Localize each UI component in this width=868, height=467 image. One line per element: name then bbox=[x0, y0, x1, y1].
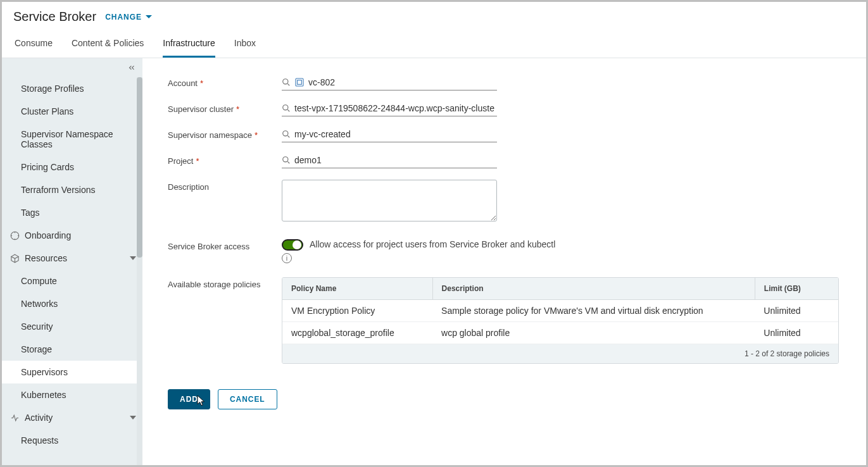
tab-infrastructure[interactable]: Infrastructure bbox=[163, 32, 215, 58]
sidebar-item-compute[interactable]: Compute bbox=[2, 270, 142, 292]
sidebar-item-storage-profiles[interactable]: Storage Profiles bbox=[2, 77, 142, 100]
table-header-description[interactable]: Description bbox=[432, 278, 755, 300]
sidebar-item-security[interactable]: Security bbox=[2, 315, 142, 338]
svg-point-4 bbox=[283, 105, 288, 110]
sidebar-item-storage[interactable]: Storage bbox=[2, 338, 142, 361]
sidebar-section-resources[interactable]: Resources bbox=[2, 247, 142, 270]
namespace-label: Supervisor namespace* bbox=[168, 128, 282, 142]
cell-limit: Unlimited bbox=[755, 300, 838, 322]
sidebar-item-kubernetes[interactable]: Kubernetes bbox=[2, 383, 142, 406]
sidebar-collapse-button[interactable] bbox=[2, 58, 142, 77]
namespace-input[interactable] bbox=[294, 129, 497, 139]
sidebar-item-cluster-plans[interactable]: Cluster Plans bbox=[2, 100, 142, 123]
account-input[interactable] bbox=[308, 77, 497, 87]
svg-rect-2 bbox=[296, 78, 303, 86]
svg-rect-3 bbox=[298, 80, 302, 85]
namespace-lookup[interactable] bbox=[282, 128, 497, 142]
cluster-input[interactable] bbox=[294, 103, 497, 113]
project-input[interactable] bbox=[294, 155, 497, 165]
cell-desc: Sample storage policy for VMware's VM an… bbox=[432, 300, 755, 322]
sidebar-item-terraform-versions[interactable]: Terraform Versions bbox=[2, 178, 142, 201]
sidebar-section-activity[interactable]: Activity bbox=[2, 406, 142, 429]
table-row[interactable]: wcpglobal_storage_profilewcp global prof… bbox=[282, 322, 838, 344]
table-footer: 1 - 2 of 2 storage policies bbox=[282, 344, 838, 363]
sidebar-section-label: Onboarding bbox=[25, 230, 71, 240]
double-chevron-left-icon bbox=[127, 63, 136, 72]
tab-consume[interactable]: Consume bbox=[15, 32, 53, 58]
project-lookup[interactable] bbox=[282, 154, 497, 168]
cell-limit: Unlimited bbox=[755, 322, 838, 344]
sidebar-item-supervisor-namespace-classes[interactable]: Supervisor Namespace Classes bbox=[2, 123, 142, 156]
account-label: Account* bbox=[168, 76, 282, 90]
info-icon[interactable]: i bbox=[282, 253, 292, 263]
change-label: CHANGE bbox=[105, 13, 142, 22]
search-icon bbox=[282, 130, 291, 139]
search-icon bbox=[282, 78, 291, 87]
sidebar-item-supervisors[interactable]: Supervisors bbox=[2, 361, 142, 383]
cell-desc: wcp global profile bbox=[432, 322, 755, 344]
tab-inbox[interactable]: Inbox bbox=[234, 32, 256, 58]
sidebar-section-onboarding[interactable]: Onboarding bbox=[2, 224, 142, 247]
change-button[interactable]: CHANGE bbox=[105, 13, 152, 22]
cell-name: wcpglobal_storage_profile bbox=[282, 322, 432, 344]
sidebar-section-label: Activity bbox=[25, 413, 53, 423]
access-label: Service Broker access bbox=[168, 239, 282, 263]
table-row[interactable]: VM Encryption PolicySample storage polic… bbox=[282, 300, 838, 322]
search-icon bbox=[282, 104, 291, 113]
description-textarea[interactable] bbox=[282, 180, 497, 221]
tab-content-policies[interactable]: Content & Policies bbox=[72, 32, 144, 58]
table-label: Available storage policies bbox=[168, 277, 282, 364]
app-title: Service Broker bbox=[13, 9, 96, 24]
sidebar-scrollbar[interactable] bbox=[137, 77, 142, 465]
project-label: Project* bbox=[168, 154, 282, 168]
main-content: Account* Supervisor cluster* Supervisor … bbox=[142, 58, 866, 465]
access-toggle[interactable] bbox=[282, 239, 303, 251]
sidebar-item-requests[interactable]: Requests bbox=[2, 429, 142, 452]
top-tabs: Consume Content & Policies Infrastructur… bbox=[2, 32, 866, 58]
sidebar-item-networks[interactable]: Networks bbox=[2, 292, 142, 315]
table-header-limit[interactable]: Limit (GB) bbox=[755, 278, 838, 300]
storage-policies-table: Policy Name Description Limit (GB) VM En… bbox=[282, 277, 839, 364]
vcenter-icon bbox=[294, 77, 305, 87]
svg-point-1 bbox=[283, 79, 288, 84]
chevron-down-icon bbox=[130, 256, 136, 260]
compass-icon bbox=[9, 230, 20, 240]
cube-icon bbox=[9, 253, 20, 263]
cell-name: VM Encryption Policy bbox=[282, 300, 432, 322]
svg-point-5 bbox=[283, 131, 288, 136]
cluster-lookup[interactable] bbox=[282, 102, 497, 116]
sidebar-item-pricing-cards[interactable]: Pricing Cards bbox=[2, 156, 142, 178]
add-button[interactable]: ADD bbox=[168, 389, 210, 409]
cancel-button[interactable]: CANCEL bbox=[218, 389, 277, 409]
sidebar-section-label: Resources bbox=[25, 253, 67, 263]
cluster-label: Supervisor cluster* bbox=[168, 102, 282, 116]
account-lookup[interactable] bbox=[282, 76, 497, 90]
description-label: Description bbox=[168, 180, 282, 221]
activity-icon bbox=[9, 413, 20, 423]
search-icon bbox=[282, 156, 291, 165]
access-description: Allow access for project users from Serv… bbox=[310, 239, 555, 249]
sidebar: Storage Profiles Cluster Plans Superviso… bbox=[2, 58, 142, 465]
sidebar-item-tags[interactable]: Tags bbox=[2, 201, 142, 224]
sidebar-scrollbar-thumb[interactable] bbox=[137, 77, 142, 258]
chevron-down-icon bbox=[130, 416, 136, 420]
chevron-down-icon bbox=[146, 15, 152, 18]
table-header-name[interactable]: Policy Name bbox=[282, 278, 432, 300]
svg-point-6 bbox=[283, 157, 288, 162]
